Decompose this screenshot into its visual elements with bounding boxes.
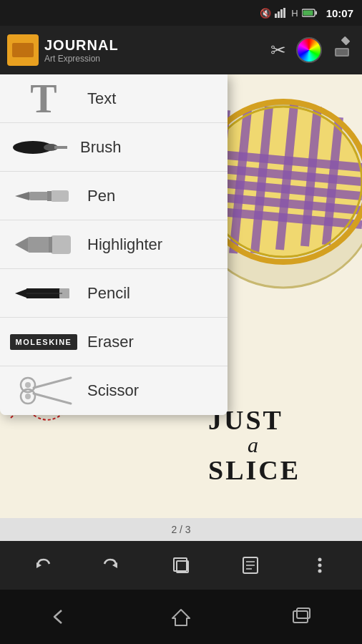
svg-rect-33 [51,190,69,202]
app-subtitle: Art Expression [44,54,265,64]
svg-rect-3 [283,8,285,18]
title-block: JOURNAL Art Expression [44,37,265,64]
menu-item-pencil[interactable]: Pencil [0,269,228,318]
svg-point-46 [25,394,31,399]
svg-point-57 [318,558,322,562]
back-button[interactable] [39,601,82,633]
battery-icon [302,9,318,17]
svg-rect-51 [174,558,187,571]
svg-text:a: a [248,433,258,457]
svg-marker-39 [15,289,26,298]
menu-item-eraser[interactable]: MOLESKINE Eraser [0,318,228,366]
app-title: JOURNAL [44,37,265,54]
layers-button[interactable] [165,550,197,581]
status-icons: 🔇 H [260,8,317,19]
signal-icon [275,8,288,18]
lettering-just-a-slice: JUST a SLICE [205,401,348,489]
more-button[interactable] [304,550,336,581]
pencil-tool-icon [11,283,76,303]
svg-marker-31 [15,192,29,200]
mute-icon: 🔇 [260,8,271,19]
svg-rect-34 [47,191,52,201]
nav-bar [0,590,362,644]
svg-point-59 [318,570,322,573]
scissor-tool-label: Scissor [87,381,139,400]
svg-line-47 [34,378,71,388]
brush-tool-icon [11,140,69,155]
wifi-icon: H [291,8,298,19]
logo-inner [12,43,34,57]
toolbar-actions: ✂ [270,36,355,64]
text-tool-label: Text [87,89,116,108]
svg-rect-1 [278,11,280,18]
dropdown-menu: T Text Brush [0,74,228,415]
scissors-icon[interactable]: ✂ [270,39,286,62]
action-bar [0,541,362,590]
svg-rect-5 [315,11,317,15]
svg-rect-6 [303,11,313,16]
brush-tool-label: Brush [80,138,121,157]
main-content: JUST a SLICE T Text [0,74,362,518]
pencil-tool-label: Pencil [87,284,130,303]
svg-rect-38 [49,237,52,253]
text-tool-icon: T [11,79,76,119]
scissor-tool-icon [11,375,76,406]
menu-item-brush[interactable]: Brush [0,123,228,172]
highlighter-tool-icon [11,232,76,258]
pagination-text: 2 / 3 [171,524,190,535]
svg-marker-60 [172,610,190,625]
redo-button[interactable] [96,550,127,581]
eraser-tool-label: Eraser [87,333,134,351]
svg-rect-2 [280,9,283,18]
svg-rect-7 [341,36,351,45]
eraser-tool-icon: MOLESKINE [11,334,76,350]
svg-rect-61 [293,611,308,623]
svg-rect-30 [54,146,67,149]
home-button[interactable] [160,601,202,633]
status-time: 10:07 [326,7,353,19]
notes-button[interactable] [235,550,266,581]
svg-rect-9 [336,49,348,55]
pen-tool-icon [11,185,76,208]
app-logo [7,34,39,66]
stamp-icon[interactable] [332,36,355,64]
svg-rect-37 [51,235,71,254]
menu-item-pen[interactable]: Pen [0,172,228,220]
menu-item-scissor[interactable]: Scissor [0,366,228,415]
menu-item-text[interactable]: T Text [0,74,228,123]
color-wheel-button[interactable] [296,37,322,63]
svg-rect-0 [275,14,277,18]
svg-point-45 [25,382,31,388]
pagination-bar: 2 / 3 [0,518,362,541]
highlighter-tool-label: Highlighter [87,235,162,254]
svg-marker-35 [15,238,28,252]
undo-button[interactable] [26,550,58,581]
recent-button[interactable] [280,601,323,633]
status-bar: 🔇 H 10:07 [0,0,362,26]
svg-point-58 [318,564,322,567]
pen-tool-label: Pen [87,187,115,205]
svg-line-48 [34,394,71,404]
toolbar: JOURNAL Art Expression ✂ [0,26,362,74]
svg-text:SLICE: SLICE [208,455,300,485]
menu-item-highlighter[interactable]: Highlighter [0,220,228,269]
